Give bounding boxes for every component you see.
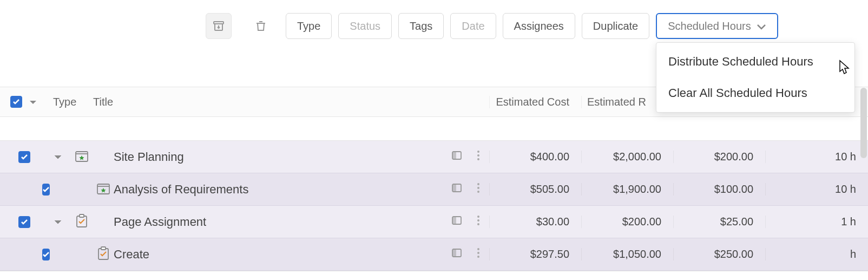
button-label: Assignees [514,20,564,32]
task-title[interactable]: Page Assignment [114,215,446,229]
cell-estimated_cost: $400.00 [489,151,581,163]
cell-estimated_cost: $505.00 [489,183,581,196]
svg-point-7 [477,158,479,160]
dropdown-item-distribute[interactable]: Distribute Scheduled Hours [656,46,854,77]
cell-col2: $2,000.00 [581,151,673,163]
dropdown-item-clear-all[interactable]: Clear All Scheduled Hours [656,77,854,109]
button-label: Type [297,20,320,32]
row-checkbox[interactable] [42,184,50,196]
svg-point-27 [477,256,479,258]
cell-hours[interactable]: 10 h [765,183,868,196]
table-row[interactable]: Create$297.50$1,050.00$250.00h [0,238,868,271]
task-title[interactable]: Analysis of Requirements [114,183,446,197]
panel-icon[interactable] [451,183,462,196]
box-star-icon [74,148,90,164]
more-icon[interactable] [477,150,480,164]
cell-col3: $25.00 [673,216,765,228]
delete-button[interactable] [248,13,274,39]
panel-icon[interactable] [451,150,462,164]
more-icon[interactable] [477,215,480,229]
cell-hours[interactable]: h [765,248,868,261]
button-label: Duplicate [593,20,638,32]
svg-rect-10 [452,184,456,192]
cell-hours[interactable]: 10 h [765,151,868,163]
chevron-down-icon[interactable] [29,96,37,108]
vertical-scrollbar[interactable] [860,88,867,272]
svg-point-11 [477,183,479,185]
duplicate-button[interactable]: Duplicate [582,13,649,39]
table-row[interactable]: Page Assignment$30.00$200.00$25.001 h [0,206,868,238]
svg-point-19 [477,219,479,222]
svg-point-6 [477,154,479,157]
row-checkbox[interactable] [18,151,30,163]
svg-point-12 [477,187,479,189]
svg-rect-24 [452,249,456,257]
svg-point-13 [477,191,479,193]
spacer-row [0,117,868,141]
row-checkbox[interactable] [42,249,50,261]
column-header-estimated-cost[interactable]: Estimated Cost [489,96,581,108]
svg-rect-4 [452,152,456,159]
svg-point-18 [477,216,479,218]
button-label: Date [462,20,484,32]
chevron-down-icon [757,20,766,32]
svg-point-20 [477,223,479,225]
more-icon[interactable] [477,248,480,261]
row-checkbox[interactable] [18,216,30,228]
scheduled-hours-dropdown-button[interactable]: Scheduled Hours [656,13,778,39]
cell-hours[interactable]: 1 h [765,216,868,228]
svg-point-26 [477,252,479,254]
cell-col2: $1,900.00 [581,183,673,196]
select-all-checkbox[interactable] [10,96,22,108]
cell-col3: $250.00 [673,248,765,261]
date-filter-button[interactable]: Date [450,13,496,39]
clipboard-check-icon [95,245,111,262]
more-icon[interactable] [477,183,480,196]
cell-col2: $1,050.00 [581,248,673,261]
cell-col2: $200.00 [581,216,673,228]
svg-rect-15 [80,214,84,217]
chevron-down-icon[interactable] [54,216,62,228]
svg-point-5 [477,151,479,153]
archive-button[interactable] [206,13,232,39]
scrollbar-thumb[interactable] [860,88,867,158]
column-header-type[interactable]: Type [48,96,93,108]
svg-rect-17 [452,217,456,224]
task-title[interactable]: Create [114,248,446,262]
task-table: Type Title Estimated Cost Estimated R Si… [0,87,868,280]
tags-filter-button[interactable]: Tags [398,13,444,39]
type-filter-button[interactable]: Type [286,13,332,39]
cell-col3: $100.00 [673,183,765,196]
scheduled-hours-dropdown-menu: Distribute Scheduled Hours Clear All Sch… [656,42,855,113]
svg-rect-22 [101,247,106,250]
button-label: Tags [410,20,432,32]
table-row[interactable]: Analysis of Requirements$505.00$1,900.00… [0,173,868,206]
box-star-icon [95,180,111,197]
chevron-down-icon[interactable] [54,151,62,163]
table-row[interactable]: Site Planning$400.00$2,000.00$200.0010 h [0,141,868,173]
button-label: Status [350,20,380,32]
panel-icon[interactable] [451,215,462,229]
assignees-filter-button[interactable]: Assignees [503,13,575,39]
cell-estimated_cost: $297.50 [489,248,581,261]
table-row [0,271,868,280]
column-header-title[interactable]: Title [93,96,446,108]
panel-icon[interactable] [451,248,462,261]
svg-point-25 [477,248,479,250]
cell-estimated_cost: $30.00 [489,216,581,228]
button-label: Scheduled Hours [668,20,751,32]
task-title[interactable]: Site Planning [114,150,446,164]
cell-col3: $200.00 [673,151,765,163]
status-filter-button[interactable]: Status [338,13,392,39]
clipboard-check-icon [74,213,90,229]
